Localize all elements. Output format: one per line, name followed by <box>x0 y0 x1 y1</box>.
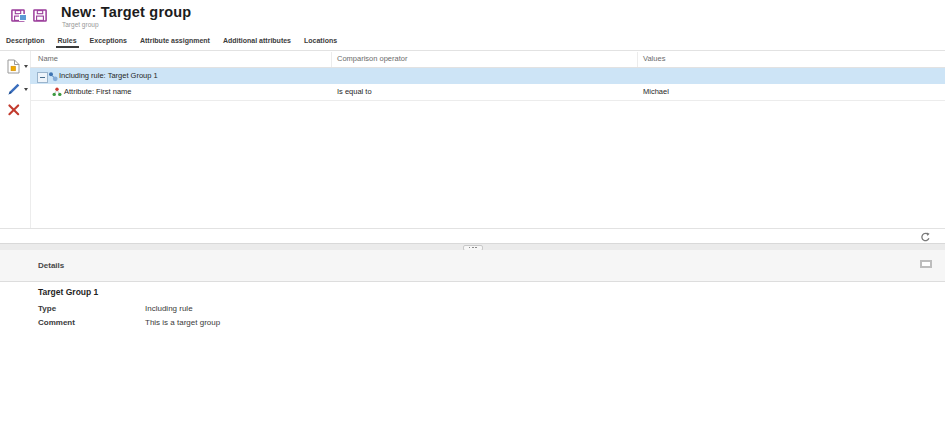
field-value: Including rule <box>145 304 193 313</box>
table-row[interactable]: Attribute: First name Is equal to Michae… <box>30 84 945 101</box>
row-label: Including rule: Target Group 1 <box>59 68 158 84</box>
save-badge-icon <box>19 14 27 21</box>
collapse-panel-button[interactable] <box>920 260 932 268</box>
tab-description[interactable]: Description <box>5 35 46 46</box>
field-label: Comment <box>38 318 75 327</box>
refresh-button[interactable] <box>920 230 933 243</box>
delete-icon <box>7 103 21 117</box>
save-icon <box>11 9 25 22</box>
column-divider <box>331 52 332 67</box>
column-divider <box>637 52 638 67</box>
details-panel-header: Details <box>0 250 945 282</box>
tab-attribute-assignment[interactable]: Attribute assignment <box>139 35 211 46</box>
collapse-toggle-icon[interactable] <box>37 72 48 83</box>
column-header-name[interactable]: Name <box>38 51 58 67</box>
table-bottom-border <box>0 228 945 229</box>
save-button[interactable] <box>11 8 27 23</box>
table-row[interactable]: Including rule: Target Group 1 <box>30 68 945 84</box>
tabbar-divider <box>0 50 945 51</box>
details-title: Details <box>38 261 64 270</box>
tab-rules[interactable]: Rules <box>57 35 78 46</box>
new-rule-icon <box>7 59 27 75</box>
delete-button[interactable] <box>7 101 31 119</box>
save-as-icon <box>33 9 47 22</box>
tab-exceptions[interactable]: Exceptions <box>89 35 128 46</box>
save-as-button[interactable] <box>33 8 49 23</box>
target-group-app: New: Target group Target group Descripti… <box>0 0 945 447</box>
tab-locations[interactable]: Locations <box>303 35 338 46</box>
tab-bar: Description Rules Exceptions Attribute a… <box>5 33 338 48</box>
refresh-icon <box>920 231 931 242</box>
dropdown-arrow-icon <box>24 65 28 68</box>
details-group-title: Target Group 1 <box>38 287 98 297</box>
new-rule-button[interactable] <box>7 58 31 76</box>
row-label: Attribute: First name <box>64 84 132 100</box>
page-subtitle: Target group <box>62 21 99 28</box>
field-value: This is a target group <box>145 318 220 327</box>
tab-additional-attributes[interactable]: Additional attributes <box>222 35 292 46</box>
column-header-values[interactable]: Values <box>643 51 665 67</box>
dropdown-arrow-icon <box>24 88 28 91</box>
page-title: New: Target group <box>61 4 191 20</box>
column-header-comparison-operator[interactable]: Comparison operator <box>337 51 407 67</box>
edit-icon <box>7 82 27 97</box>
attribute-icon <box>52 87 62 103</box>
row-values: Michael <box>643 84 669 100</box>
row-comparison-operator: Is equal to <box>337 84 372 100</box>
field-label: Type <box>38 304 56 313</box>
edit-button[interactable] <box>7 80 31 98</box>
